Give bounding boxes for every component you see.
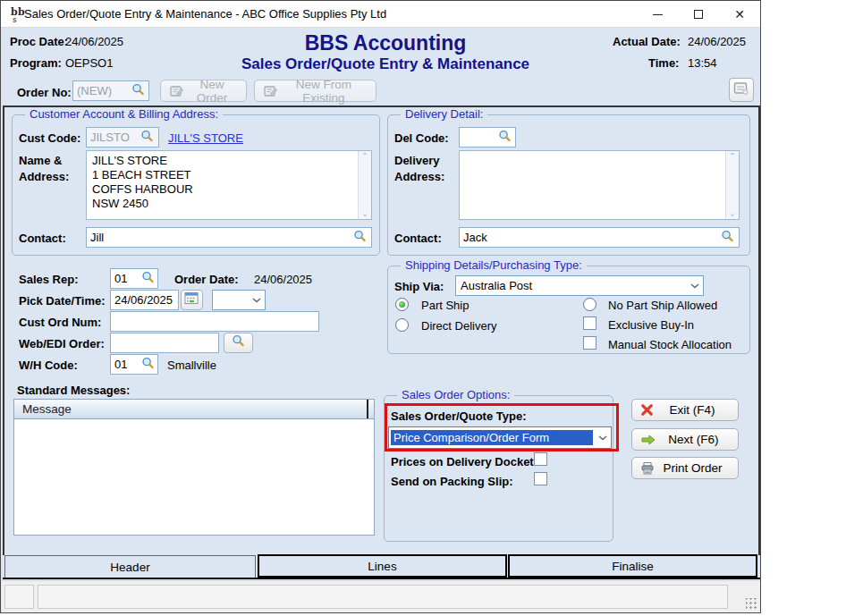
prices-docket-checkbox[interactable]: [534, 452, 547, 466]
delivery-address-field: ⌃ ⌄: [459, 150, 740, 220]
scroll-up-icon: ⌃: [729, 151, 736, 162]
ship-via-dropdown[interactable]: Australia Post: [455, 275, 704, 296]
tab-finalise[interactable]: Finalise: [508, 554, 757, 578]
pick-date-calendar-button[interactable]: [181, 290, 203, 310]
cust-ord-num-label: Cust Ord Num:: [19, 316, 101, 329]
web-edi-search-button[interactable]: [224, 333, 253, 353]
exit-button[interactable]: Exit (F4): [631, 399, 739, 421]
cust-ord-num-input[interactable]: [110, 311, 319, 332]
shipping-group-title: Shipping Details/Purchasing Type:: [401, 258, 587, 272]
del-code-search-icon[interactable]: [498, 130, 512, 143]
delivery-contact-label: Contact:: [394, 232, 442, 245]
new-order-icon: [169, 84, 185, 98]
name-address-label-1: Name &: [19, 154, 62, 167]
delivery-address-label-2: Address:: [394, 170, 444, 183]
billing-contact-input[interactable]: [86, 227, 372, 248]
wh-name-value: Smallville: [167, 359, 216, 372]
new-from-existing-label: New From Existing: [279, 78, 376, 105]
new-from-existing-button[interactable]: New From Existing: [254, 80, 376, 102]
resize-grip[interactable]: [746, 598, 757, 610]
tab-lines-label: Lines: [368, 560, 396, 573]
svg-text:s: s: [13, 15, 17, 23]
customer-name-link[interactable]: JILL'S STORE: [168, 131, 243, 145]
app-icon: b b s: [9, 5, 27, 27]
next-button[interactable]: Next (F6): [631, 428, 739, 451]
calendar-icon: [184, 291, 199, 308]
ship-via-value: Australia Post: [456, 279, 687, 292]
prices-docket-label: Prices on Delivery Docket:: [391, 455, 537, 468]
time-value: 13:54: [688, 56, 717, 70]
billing-address-textarea[interactable]: JILL'S STORE 1 BEACH STREET COFFS HARBOU…: [87, 151, 357, 219]
packing-slip-checkbox[interactable]: [534, 472, 547, 485]
app-window: b b s Sales Order/Quote Entry & Maintena…: [0, 0, 761, 613]
exclusive-buyin-checkbox[interactable]: [583, 316, 596, 330]
messages-list[interactable]: Message: [13, 399, 375, 536]
direct-delivery-label: Direct Delivery: [421, 319, 497, 333]
form-plus-icon: [733, 81, 749, 99]
order-type-label: Sales Order/Quote Type:: [391, 409, 526, 423]
tab-header-label: Header: [110, 561, 149, 574]
delivery-address-textarea[interactable]: [460, 151, 724, 219]
screen-title: Sales Order/Quote Entry & Maintenance: [180, 55, 591, 73]
status-pane-main: [38, 585, 728, 609]
actual-date-label: Actual Date:: [613, 35, 681, 48]
exit-button-label: Exit (F4): [654, 403, 738, 417]
close-button[interactable]: ✕: [719, 1, 760, 28]
delivery-address-scrollbar[interactable]: ⌃ ⌄: [725, 151, 739, 219]
pick-date-label: Pick Date/Time:: [19, 294, 106, 308]
order-date-label: Order Date:: [174, 273, 239, 286]
order-type-value: Price Comparison/Order Form: [391, 430, 593, 445]
cust-code-search-icon[interactable]: [140, 130, 154, 143]
order-date-value: 24/06/2025: [254, 273, 312, 286]
delivery-contact-search-icon[interactable]: [721, 230, 734, 243]
tabs-divider: [3, 578, 760, 579]
chevron-down-icon: [249, 297, 265, 304]
tab-header[interactable]: Header: [4, 555, 256, 578]
maximize-button[interactable]: [678, 1, 719, 28]
cust-code-label: Cust Code:: [19, 131, 80, 145]
wh-code-search-icon[interactable]: [141, 357, 155, 370]
delivery-group-title: Delivery Detail:: [401, 107, 487, 121]
options-group-title: Sales Order Options:: [397, 388, 514, 401]
scroll-up-icon: ⌃: [361, 151, 368, 162]
minimize-button[interactable]: [637, 1, 678, 28]
title-bar: b b s Sales Order/Quote Entry & Maintena…: [1, 1, 760, 28]
delivery-address-label-1: Delivery: [394, 154, 440, 167]
billing-contact-search-icon[interactable]: [353, 230, 367, 243]
print-order-button[interactable]: Print Order: [631, 457, 739, 479]
pick-time-dropdown[interactable]: [212, 290, 266, 310]
no-part-ship-radio[interactable]: [583, 298, 596, 311]
ship-via-label: Ship Via:: [394, 280, 444, 293]
manual-stock-checkbox[interactable]: [583, 336, 596, 350]
printer-icon: [640, 461, 655, 476]
direct-delivery-radio[interactable]: [395, 318, 409, 332]
tab-lines[interactable]: Lines: [258, 554, 507, 578]
pick-date-input[interactable]: [110, 290, 179, 310]
exit-x-icon: [640, 403, 654, 417]
part-ship-radio[interactable]: [395, 298, 409, 311]
order-type-dropdown[interactable]: Price Comparison/Order Form: [388, 426, 612, 449]
new-from-existing-icon: [263, 84, 279, 98]
minimize-icon: [653, 14, 663, 15]
part-ship-label: Part Ship: [421, 299, 469, 312]
tab-finalise-label: Finalise: [612, 560, 654, 573]
messages-column-header: Message: [14, 400, 374, 419]
status-pane-small: [4, 585, 34, 609]
del-code-label: Del Code:: [394, 131, 449, 145]
delivery-contact-input[interactable]: [459, 227, 740, 248]
manual-stock-label: Manual Stock Allocation: [608, 338, 732, 351]
order-no-search-icon[interactable]: [131, 83, 145, 97]
new-order-button[interactable]: New Order: [160, 80, 247, 102]
sales-rep-search-icon[interactable]: [141, 271, 155, 284]
actual-date-value: 24/06/2025: [688, 35, 746, 48]
proc-date-label: Proc Date:: [10, 35, 68, 48]
billing-address-scrollbar[interactable]: ⌃ ⌄: [358, 151, 371, 219]
web-edi-label: Web/EDI Order:: [19, 337, 105, 350]
maximize-icon: [694, 10, 703, 19]
search-icon: [232, 334, 245, 351]
web-edi-input[interactable]: [110, 333, 219, 353]
program-value: OEPSO1: [65, 56, 113, 70]
arrow-right-icon: [640, 434, 656, 446]
billing-contact-label: Contact:: [19, 232, 66, 245]
form-options-button[interactable]: [729, 78, 754, 102]
